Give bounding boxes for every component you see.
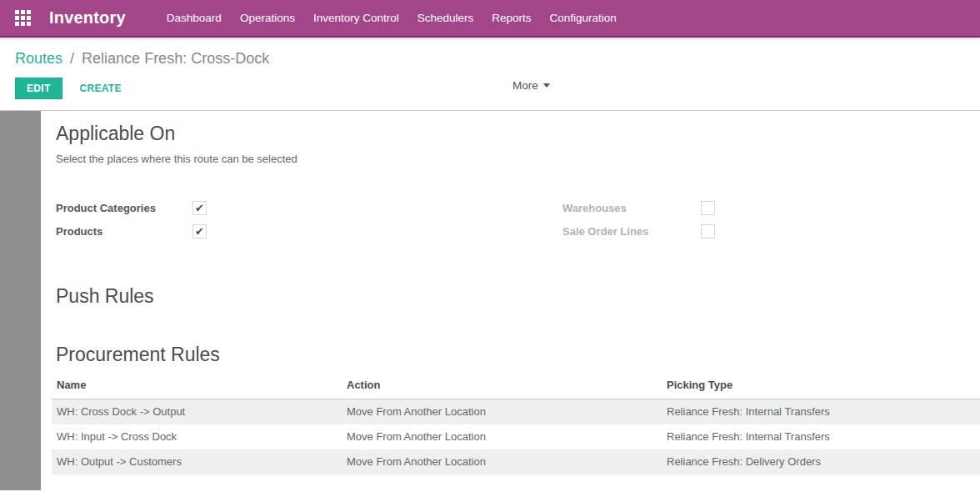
cell-picking-type: Reliance Fresh: Internal Transfers bbox=[662, 399, 980, 424]
warehouses-checkbox[interactable] bbox=[701, 201, 715, 215]
applicable-on-subtitle: Select the places where this route can b… bbox=[56, 153, 980, 165]
procurement-rules-title: Procurement Rules bbox=[56, 343, 980, 366]
column-header-name: Name bbox=[52, 374, 342, 399]
cell-action: Move From Another Location bbox=[342, 449, 662, 474]
more-dropdown-label: More bbox=[512, 79, 538, 92]
column-header-action: Action bbox=[342, 374, 662, 399]
main-content: Applicable On Select the places where th… bbox=[0, 111, 980, 490]
top-navbar: Inventory Dashboard Operations Inventory… bbox=[0, 0, 980, 38]
column-header-picking-type: Picking Type bbox=[662, 374, 980, 399]
nav-item-operations[interactable]: Operations bbox=[231, 0, 304, 36]
cell-name: WH: Input -> Cross Dock bbox=[52, 424, 342, 449]
cell-action: Move From Another Location bbox=[342, 424, 662, 449]
control-header: Routes / Reliance Fresh: Cross-Dock EDIT… bbox=[0, 38, 980, 111]
product-categories-checkbox[interactable]: ✔ bbox=[192, 201, 207, 215]
edit-button[interactable]: EDIT bbox=[15, 78, 62, 99]
cell-action: Move From Another Location bbox=[342, 399, 662, 424]
nav-item-dashboard[interactable]: Dashboard bbox=[158, 0, 231, 36]
warehouses-label: Warehouses bbox=[562, 202, 701, 214]
app-title: Inventory bbox=[49, 8, 126, 28]
cell-picking-type: Reliance Fresh: Delivery Orders bbox=[662, 449, 980, 474]
cell-name: WH: Cross Dock -> Output bbox=[52, 399, 342, 424]
sale-order-lines-label: Sale Order Lines bbox=[562, 225, 701, 238]
breadcrumb-routes-link[interactable]: Routes bbox=[15, 50, 62, 67]
nav-item-configuration[interactable]: Configuration bbox=[541, 0, 626, 36]
nav-item-reports[interactable]: Reports bbox=[482, 0, 540, 36]
action-row: EDIT CREATE More bbox=[15, 78, 980, 99]
sale-order-lines-checkbox[interactable] bbox=[701, 224, 715, 238]
table-header-row: Name Action Picking Type bbox=[52, 374, 980, 399]
breadcrumb-current: Reliance Fresh: Cross-Dock bbox=[82, 50, 269, 67]
cell-name: WH: Output -> Customers bbox=[52, 449, 342, 474]
applicable-on-fields: Product Categories ✔ Warehouses Products… bbox=[56, 196, 980, 243]
breadcrumb-separator: / bbox=[67, 50, 78, 67]
field-row: Products ✔ Sale Order Lines bbox=[56, 219, 980, 243]
product-categories-label: Product Categories bbox=[56, 202, 192, 214]
nav-item-schedulers[interactable]: Schedulers bbox=[408, 0, 483, 36]
chevron-down-icon bbox=[543, 83, 550, 88]
apps-grid-icon[interactable] bbox=[15, 10, 31, 26]
create-button[interactable]: CREATE bbox=[80, 83, 122, 94]
table-row[interactable]: WH: Cross Dock -> Output Move From Anoth… bbox=[52, 399, 980, 424]
nav-menu: Dashboard Operations Inventory Control S… bbox=[158, 0, 626, 36]
applicable-on-title: Applicable On bbox=[56, 122, 980, 145]
table-row[interactable]: WH: Output -> Customers Move From Anothe… bbox=[52, 449, 980, 474]
table-row[interactable]: WH: Input -> Cross Dock Move From Anothe… bbox=[52, 424, 980, 449]
breadcrumb: Routes / Reliance Fresh: Cross-Dock bbox=[15, 48, 980, 68]
more-dropdown[interactable]: More bbox=[512, 79, 550, 92]
nav-item-inventory-control[interactable]: Inventory Control bbox=[304, 0, 408, 36]
products-checkbox[interactable]: ✔ bbox=[192, 224, 207, 238]
push-rules-title: Push Rules bbox=[56, 284, 980, 308]
left-gutter bbox=[0, 111, 41, 490]
procurement-rules-table: Name Action Picking Type WH: Cross Dock … bbox=[52, 374, 980, 474]
form-sheet: Applicable On Select the places where th… bbox=[41, 111, 980, 490]
products-label: Products bbox=[56, 225, 192, 238]
cell-picking-type: Reliance Fresh: Internal Transfers bbox=[662, 424, 980, 449]
field-row: Product Categories ✔ Warehouses bbox=[56, 196, 980, 219]
